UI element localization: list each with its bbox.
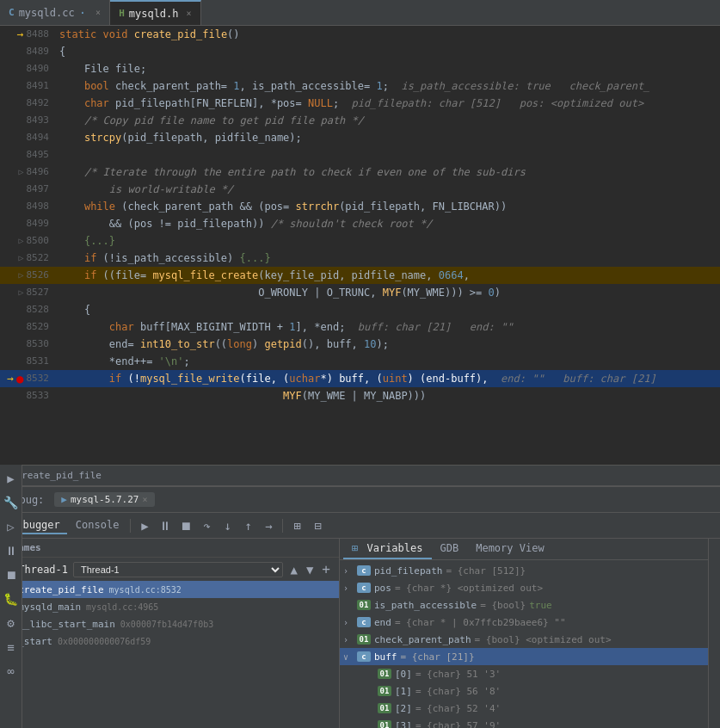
btn-step-out[interactable]: ↑	[238, 516, 257, 535]
btn-stop-side[interactable]: ⏹	[3, 566, 20, 583]
var-buff-3[interactable]: 01 [3] = {char} 57 '9'	[340, 717, 708, 728]
btn-more[interactable]: ≡	[3, 639, 20, 656]
debug-session-tab[interactable]: ▶ mysql-5.7.27 ×	[54, 492, 154, 507]
var-tab-gdb[interactable]: GDB	[432, 539, 468, 559]
code-8522[interactable]: if (!is_path_accessible) {...}	[56, 250, 271, 267]
gutter-8497: 8497	[0, 181, 56, 198]
tab-label-mysqld-h: mysqld.h	[129, 8, 179, 20]
var-tab-memory[interactable]: Memory View	[467, 539, 552, 559]
thread-prev[interactable]: ▲	[288, 563, 298, 577]
code-8491[interactable]: bool check_parent_path= 1, is_path_acces…	[56, 77, 649, 95]
code-8528[interactable]: {	[56, 301, 90, 318]
tab-console[interactable]: Console	[69, 517, 126, 534]
var-end[interactable]: › c end = {char * | 0x7ffcb29baee6} ""	[340, 614, 708, 631]
thread-dropdown[interactable]: Thread-1	[73, 562, 283, 577]
btn-settings-side[interactable]: ⚙	[3, 614, 20, 632]
arrow-8488: →	[17, 26, 24, 43]
btn-play-side[interactable]: ▷	[3, 518, 20, 535]
code-8489[interactable]: {	[56, 43, 65, 60]
code-8529[interactable]: char buff[MAX_BIGINT_WIDTH + 1], *end; b…	[56, 318, 513, 336]
btn-infinity[interactable]: ∞	[3, 663, 20, 680]
gutter-8500: ▷ 8500	[0, 232, 56, 250]
debug-session-name: mysql-5.7.27	[71, 494, 138, 505]
linenum-8530: 8530	[27, 336, 50, 353]
var-check-parent-path[interactable]: › 01 check_parent_path = {bool} <optimiz…	[340, 631, 708, 648]
var-expand-pos[interactable]: ›	[343, 583, 354, 593]
var-is-path-accessible[interactable]: 01 is_path_accessible = {bool} true	[340, 596, 708, 614]
debug-session-close[interactable]: ×	[142, 495, 147, 504]
code-8497[interactable]: is world-writable */	[56, 181, 233, 198]
thread-add[interactable]: +	[320, 561, 332, 577]
code-8494[interactable]: strcpy(pid_filepath, pidfile_name);	[56, 129, 302, 146]
code-8492[interactable]: char pid_filepath[FN_REFLEN], *pos= NULL…	[56, 95, 643, 112]
var-buff[interactable]: ∨ c buff = {char [21]}	[340, 648, 708, 665]
code-8526[interactable]: if ((file= mysql_file_create(key_file_pi…	[56, 267, 470, 284]
frame-item-3[interactable]: □ _start 0x000000000076df59	[0, 632, 339, 650]
var-name-b2: [2]	[395, 703, 412, 714]
var-name-b3: [3]	[395, 720, 412, 729]
code-8533[interactable]: MYF(MY_WME | MY_NABP)))	[56, 387, 426, 404]
tab-close-h[interactable]: ×	[187, 9, 192, 18]
btn-run-to-cursor[interactable]: →	[259, 516, 278, 535]
code-8532[interactable]: if (!mysql_file_write(file, (uchar*) buf…	[56, 370, 656, 387]
btn-bug[interactable]: 🐛	[3, 590, 20, 608]
breakpoint-8532[interactable]: ●	[16, 370, 23, 387]
code-8493[interactable]: /* Copy pid file name to get pid file pa…	[56, 112, 364, 129]
var-expand-cpp[interactable]: ›	[343, 635, 354, 645]
code-8488[interactable]: static void create_pid_file()	[56, 26, 240, 43]
var-pos[interactable]: › c pos = {char *} <optimized out>	[340, 579, 708, 596]
var-expand-pid-filepath[interactable]: ›	[343, 566, 354, 576]
frame-name-0: create_pid_file	[18, 584, 103, 595]
thread-next[interactable]: ▼	[305, 563, 315, 577]
tab-mysqld-h[interactable]: H mysqld.h ×	[110, 0, 200, 25]
code-line-8529: 8529 char buff[MAX_BIGINT_WIDTH + 1], *e…	[0, 318, 720, 336]
btn-pause[interactable]: ⏸	[156, 516, 175, 535]
gutter-8489: 8489	[0, 43, 56, 60]
btn-stop[interactable]: ⏹	[176, 516, 195, 535]
var-expand-buff[interactable]: ∨	[343, 652, 354, 662]
right-scrollbar[interactable]	[708, 539, 720, 728]
btn-step-into[interactable]: ↓	[218, 516, 237, 535]
code-8490[interactable]: File file;	[56, 60, 146, 77]
var-pid-filepath[interactable]: › c pid_filepath = {char [512]}	[340, 562, 708, 579]
code-8496[interactable]: /* Iterate through the entire path to ch…	[56, 163, 526, 181]
code-8498[interactable]: while (check_parent_path && (pos= strrch…	[56, 198, 507, 215]
linenum-8491: 8491	[27, 77, 50, 95]
var-tab-variables[interactable]: ⊞ Variables	[343, 539, 432, 559]
fold-8496[interactable]: ▷	[18, 163, 23, 181]
var-name-0: pid_filepath	[374, 565, 442, 577]
linenum-8498: 8498	[27, 198, 50, 215]
gutter-8527: ▷ 8527	[0, 284, 56, 301]
var-expand-end[interactable]: ›	[343, 618, 354, 627]
btn-resume-side[interactable]: ▶	[3, 470, 20, 487]
tab-mysqld-cc[interactable]: C mysqld.cc · ×	[0, 0, 110, 25]
var-name-4: check_parent_path	[374, 634, 471, 645]
var-buff-2[interactable]: 01 [2] = {char} 52 '4'	[340, 700, 708, 717]
btn-layout2[interactable]: ⊟	[308, 516, 327, 535]
fold-8500[interactable]: ▷	[18, 232, 23, 250]
frame-item-0[interactable]: □ create_pid_file mysqld.cc:8532	[0, 581, 339, 598]
btn-pause-side[interactable]: ⏸	[3, 542, 20, 559]
code-8531[interactable]: *end++= '\n';	[56, 353, 190, 370]
var-buff-0[interactable]: 01 [0] = {char} 51 '3'	[340, 665, 708, 682]
btn-step-over[interactable]: ↷	[197, 516, 216, 535]
code-8499[interactable]: && (pos != pid_filepath)) /* shouldn't c…	[56, 215, 432, 232]
code-8527[interactable]: O_WRONLY | O_TRUNC, MYF(MY_WME))) >= 0)	[56, 284, 501, 301]
tab-close-cc[interactable]: ×	[95, 8, 101, 17]
btn-wrench[interactable]: 🔧	[3, 494, 20, 511]
btn-resume[interactable]: ▶	[135, 516, 154, 535]
fold-8526[interactable]: ▷	[18, 267, 23, 284]
code-8530[interactable]: end= int10_to_str((long) getpid(), buff,…	[56, 336, 389, 353]
fold-8527[interactable]: ▷	[18, 284, 23, 301]
var-name-1: pos	[374, 583, 391, 594]
var-buff-1[interactable]: 01 [1] = {char} 56 '8'	[340, 682, 708, 700]
frame-item-2[interactable]: □ __libc_start_main 0x00007fb14d47f0b3	[0, 615, 339, 632]
var-expand-b1	[364, 687, 374, 696]
debug-panel: Debug: ▶ mysql-5.7.27 × Debugger Console…	[0, 485, 720, 728]
gutter-8526: ▷ 8526	[0, 267, 56, 284]
code-8500[interactable]: {...}	[56, 232, 115, 250]
btn-layout1[interactable]: ⊞	[287, 516, 306, 535]
frame-item-1[interactable]: □ mysqld_main mysqld.cc:4965	[0, 598, 339, 615]
fold-8522[interactable]: ▷	[18, 250, 23, 267]
var-equals-1: = {char *} <optimized out>	[395, 583, 543, 594]
